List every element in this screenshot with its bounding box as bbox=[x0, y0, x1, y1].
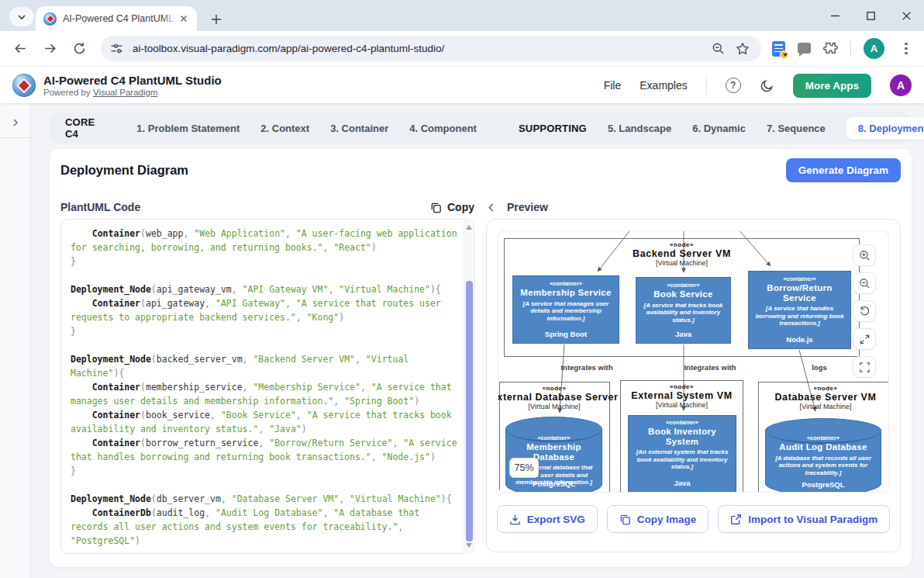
app-title-block: AI-Powered C4 PlantUML Studio Powered by… bbox=[43, 74, 222, 97]
user-avatar[interactable]: A bbox=[890, 74, 912, 96]
external-link-icon bbox=[730, 514, 742, 525]
container-book-service: «container» Book Service [A service that… bbox=[636, 277, 731, 344]
preview-panel: «node» Backend Server VM [Virtual Machin… bbox=[486, 219, 901, 552]
reset-view-button[interactable] bbox=[853, 300, 876, 322]
tab-group-core-c4: CORE C4 bbox=[65, 116, 95, 140]
scroll-down-arrow[interactable] bbox=[466, 543, 472, 549]
extensions-puzzle-icon[interactable] bbox=[823, 41, 838, 56]
container-borrow-return-service: «container» Borrow/Return Service [A ser… bbox=[748, 271, 851, 349]
zoom-indicator-icon[interactable] bbox=[709, 40, 727, 58]
reload-icon bbox=[73, 42, 86, 55]
zoom-out-button[interactable] bbox=[853, 272, 876, 294]
browser-menu-kebab-icon[interactable] bbox=[897, 40, 915, 58]
zoom-out-icon bbox=[859, 278, 871, 289]
menu-examples[interactable]: Examples bbox=[640, 79, 687, 92]
expand-sidebar-chevron[interactable] bbox=[0, 112, 31, 133]
tab-container[interactable]: 3. Container bbox=[330, 123, 388, 134]
expand-arrows-icon bbox=[859, 334, 871, 345]
node-database-server-vm-label: «node» Database Server VM [Virtual Machi… bbox=[758, 385, 889, 411]
node-backend-label: «node» Backend Server VM [Virtual Machin… bbox=[504, 241, 860, 268]
visual-paradigm-favicon bbox=[43, 12, 57, 26]
browser-profile-avatar[interactable]: A bbox=[864, 38, 884, 59]
copy-code-button[interactable]: Copy bbox=[430, 201, 474, 213]
tab-context[interactable]: 2. Context bbox=[260, 123, 309, 134]
container-membership-service: «container» Membership Service [A servic… bbox=[512, 275, 619, 344]
copy-icon bbox=[619, 514, 631, 525]
browser-tab[interactable]: AI-Powered C4 PlantUML Studio bbox=[36, 6, 197, 31]
diagram-viewport[interactable]: «node» Backend Server VM [Virtual Machin… bbox=[498, 230, 889, 493]
app-title: AI-Powered C4 PlantUML Studio bbox=[43, 74, 222, 87]
download-doc-icon[interactable] bbox=[772, 41, 785, 57]
tab-dynamic[interactable]: 6. Dynamic bbox=[692, 123, 746, 134]
window-maximize-button[interactable] bbox=[853, 0, 888, 31]
code-line: Container(borrow_return_service, "Borrow… bbox=[71, 436, 459, 464]
diagram-tabs: CORE C4 1. Problem Statement 2. Context … bbox=[50, 112, 912, 144]
container-audit-log-database: «container» Audit Log Database [A databa… bbox=[765, 418, 881, 493]
back-button[interactable] bbox=[9, 38, 31, 60]
tab-problem-statement[interactable]: 1. Problem Statement bbox=[136, 123, 240, 134]
generate-diagram-button[interactable]: Generate Diagram bbox=[786, 158, 901, 182]
help-icon[interactable]: ? bbox=[726, 78, 741, 93]
copy-image-button[interactable]: Copy Image bbox=[607, 505, 709, 533]
new-tab-button[interactable] bbox=[206, 9, 226, 29]
expand-fullscreen-button[interactable] bbox=[853, 328, 876, 350]
code-line bbox=[71, 268, 459, 282]
reset-rotate-icon bbox=[859, 306, 871, 317]
back-arrow-icon bbox=[14, 42, 27, 55]
comment-icon[interactable] bbox=[798, 43, 811, 54]
site-settings-icon[interactable] bbox=[110, 42, 123, 55]
rail-divider bbox=[0, 137, 31, 138]
preview-actions: Export SVG Copy Image Import to Visual P… bbox=[487, 505, 900, 533]
container-membership-database: «container» Membership Database [An exte… bbox=[505, 417, 602, 493]
tab-search-button[interactable] bbox=[9, 7, 34, 26]
zoom-in-button[interactable] bbox=[853, 244, 876, 266]
code-line: } bbox=[71, 254, 459, 268]
code-line bbox=[71, 478, 459, 492]
collapse-preview-chevron[interactable] bbox=[486, 202, 496, 213]
address-bar[interactable]: ai-toolbox.visual-paradigm.com/app/ai-po… bbox=[101, 36, 761, 61]
window-minimize-button[interactable] bbox=[817, 0, 853, 31]
menu-file[interactable]: File bbox=[604, 79, 622, 92]
preview-panel-title: Preview bbox=[507, 201, 548, 213]
content-card: Deployment Diagram Generate Diagram Plan… bbox=[50, 149, 912, 567]
tab-close-icon[interactable] bbox=[177, 12, 191, 26]
plus-icon bbox=[211, 14, 222, 25]
window-close-button[interactable] bbox=[888, 0, 924, 31]
code-line: } bbox=[71, 324, 459, 338]
screen: AI-Powered C4 PlantUML Studio ai-toolbox… bbox=[0, 0, 924, 578]
chevron-down-icon bbox=[17, 12, 26, 22]
scroll-up-arrow[interactable] bbox=[466, 223, 472, 230]
copy-label: Copy bbox=[447, 201, 474, 213]
scrollbar-thumb[interactable] bbox=[466, 281, 473, 542]
forward-button[interactable] bbox=[39, 38, 60, 60]
copy-icon bbox=[430, 202, 442, 213]
toolbar-extensions-area: A bbox=[772, 38, 920, 59]
code-text[interactable]: Container(web_app, "Web Application", "A… bbox=[61, 220, 464, 553]
code-panel-title: PlantUML Code bbox=[60, 201, 140, 213]
tab-component[interactable]: 4. Component bbox=[409, 123, 477, 134]
code-line: ContainerDb(audit_log, "Audit Log Databa… bbox=[71, 506, 459, 548]
tab-landscape[interactable]: 5. Landscape bbox=[608, 123, 671, 134]
reload-button[interactable] bbox=[68, 38, 90, 60]
fit-to-frame-button[interactable] bbox=[853, 356, 876, 378]
import-to-visual-paradigm-button[interactable]: Import to Visual Paradigm bbox=[718, 505, 890, 533]
code-line: Container(membership_service, "Membershi… bbox=[71, 380, 459, 408]
more-apps-button[interactable]: More Apps bbox=[793, 74, 871, 98]
plantuml-code-editor[interactable]: Container(web_app, "Web Application", "A… bbox=[60, 219, 474, 554]
bookmark-star-icon[interactable] bbox=[733, 40, 752, 58]
powered-by: Powered by Visual Paradigm bbox=[43, 88, 222, 97]
edge-label-logs: logs bbox=[800, 363, 839, 372]
workspace: CORE C4 1. Problem Statement 2. Context … bbox=[0, 103, 924, 578]
editor-scrollbar[interactable] bbox=[464, 220, 473, 552]
app-header: AI-Powered C4 PlantUML Studio Powered by… bbox=[0, 67, 924, 103]
visual-paradigm-link[interactable]: Visual Paradigm bbox=[93, 88, 158, 97]
container-book-inventory-system: «container» Book Inventory System [An ex… bbox=[628, 415, 736, 493]
code-line bbox=[71, 338, 459, 352]
tab-deployment-active[interactable]: 8. Deployment bbox=[846, 117, 924, 140]
dark-mode-moon-icon[interactable] bbox=[760, 78, 774, 93]
visual-paradigm-logo bbox=[12, 74, 36, 97]
url-text[interactable]: ai-toolbox.visual-paradigm.com/app/ai-po… bbox=[133, 43, 702, 54]
tab-sequence[interactable]: 7. Sequence bbox=[767, 123, 826, 134]
export-svg-button[interactable]: Export SVG bbox=[497, 505, 598, 533]
chevron-right-icon bbox=[11, 118, 20, 127]
